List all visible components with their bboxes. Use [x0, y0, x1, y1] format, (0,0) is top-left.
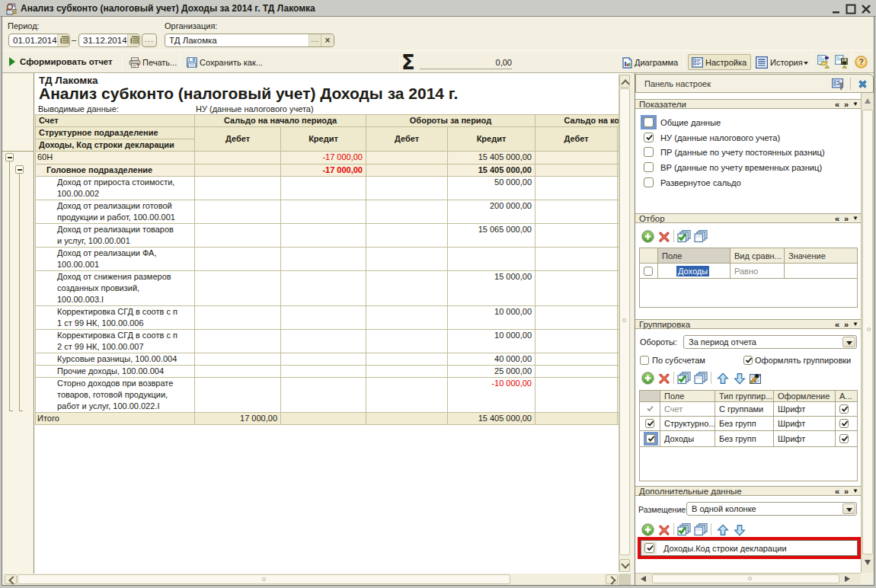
indicator-checkbox[interactable]: [644, 117, 654, 127]
selected-field-value[interactable]: Доходы: [676, 266, 709, 276]
section-dropdown-icon[interactable]: ▼: [852, 215, 858, 222]
collapse-left-icon[interactable]: «: [835, 487, 839, 496]
scroll-up-button[interactable]: [865, 98, 871, 104]
report-cell-description[interactable]: Доход от реализации ФА, 100.00.001: [36, 248, 195, 271]
tree-collapse-button[interactable]: [5, 153, 14, 161]
report-cell-c2[interactable]: 15 065 000,00: [448, 224, 536, 248]
report-cell-d1[interactable]: [195, 271, 281, 306]
report-cell-c1[interactable]: [281, 366, 366, 378]
report-cell-c2[interactable]: 15 000,00: [448, 271, 536, 306]
indicator-checkbox[interactable]: [644, 162, 654, 172]
report-cell-c1[interactable]: [281, 413, 366, 425]
grouping-row-checkbox-cell[interactable]: [640, 431, 660, 447]
grouping-row-type[interactable]: С группами: [715, 402, 774, 417]
grouping-row-checkbox-cell[interactable]: [640, 417, 660, 431]
report-cell-c1[interactable]: [281, 248, 366, 271]
collapse-left-icon[interactable]: «: [835, 320, 839, 329]
report-cell-description[interactable]: Корректировка СГД в соотв с п 1 ст 99 НК…: [36, 306, 195, 330]
report-cell-d3[interactable]: [536, 413, 618, 425]
format-groupings-checkbox[interactable]: [743, 356, 753, 365]
grouping-row-auto[interactable]: [836, 431, 858, 447]
period-options-button[interactable]: ...: [142, 34, 157, 47]
report-row[interactable]: Головное подразделение-17 000,0015 405 0…: [36, 165, 631, 177]
report-cell-c1[interactable]: -17 000,00: [281, 165, 366, 177]
section-dropdown-icon[interactable]: ▼: [852, 321, 858, 328]
move-up-icon[interactable]: [717, 372, 729, 385]
scroll-up-button[interactable]: [619, 75, 630, 88]
report-cell-c2[interactable]: 15 405 000,00: [448, 165, 536, 177]
grouping-row-field[interactable]: Счет: [660, 402, 715, 417]
report-cell-d2[interactable]: [366, 378, 448, 413]
report-cell-c1[interactable]: [281, 378, 366, 413]
report-cell-c2[interactable]: 200 000,00: [448, 200, 536, 224]
report-cell-c1[interactable]: [281, 224, 366, 248]
auto-checkbox[interactable]: [839, 434, 849, 443]
report-cell-c2[interactable]: 10 000,00: [448, 306, 536, 330]
scroll-down-button[interactable]: [865, 560, 871, 565]
report-cell-c2[interactable]: 15 405 000,00: [448, 152, 536, 165]
report-cell-d2[interactable]: [366, 152, 448, 165]
additional-item-row[interactable]: Доходы.Код строки декларации: [641, 540, 858, 556]
filter-col-field[interactable]: Поле: [658, 248, 731, 264]
report-cell-d3[interactable]: [536, 165, 618, 177]
grouping-row-field[interactable]: Структурно...: [660, 417, 715, 431]
section-buttons[interactable]: «»▼: [635, 214, 861, 222]
panel-properties-icon[interactable]: [832, 78, 846, 91]
report-cell-d3[interactable]: [536, 366, 618, 378]
maximize-button[interactable]: [846, 4, 856, 14]
panel-close-icon[interactable]: [858, 80, 867, 88]
report-cell-description[interactable]: Курсовые разницы, 100.00.004: [36, 353, 195, 366]
section-header-additional[interactable]: Дополнительные данные «»▼: [635, 486, 861, 496]
uncheck-all-icon[interactable]: [694, 372, 708, 385]
report-row[interactable]: Доход от реализации готовой продукции и …: [36, 200, 631, 224]
report-cell-d2[interactable]: [366, 177, 448, 200]
section-dropdown-icon[interactable]: ▼: [852, 101, 858, 107]
report-row[interactable]: Корректировка СГД в соотв с п 1 ст 99 НК…: [36, 306, 631, 330]
section-header-filter[interactable]: Отбор «»▼: [635, 213, 861, 223]
report-cell-d1[interactable]: [195, 177, 281, 200]
report-cell-d1[interactable]: [195, 152, 281, 165]
report-cell-c1[interactable]: -17 000,00: [281, 152, 366, 165]
grouping-row[interactable]: Структурно...Без группШрифт: [640, 417, 858, 431]
report-row[interactable]: Итого17 000,0015 405 000,00: [36, 413, 631, 425]
minimize-button[interactable]: [831, 4, 842, 14]
filter-col-comparison[interactable]: Вид сравн...: [731, 248, 785, 264]
report-cell-d2[interactable]: [366, 366, 448, 378]
scroll-right-button[interactable]: [606, 574, 618, 584]
report-cell-d1[interactable]: 17 000,00: [195, 413, 281, 425]
hscroll-thumb[interactable]: [652, 574, 839, 583]
close-button[interactable]: [861, 4, 871, 14]
report-cell-d1[interactable]: [195, 165, 281, 177]
report-cell-d1[interactable]: [195, 330, 281, 353]
save-values-icon[interactable]: [835, 55, 849, 69]
report-cell-c2[interactable]: 15 405 000,00: [448, 413, 536, 425]
collapse-left-icon[interactable]: «: [835, 100, 839, 109]
move-up-icon[interactable]: [717, 524, 729, 536]
report-cell-description[interactable]: 60Н: [36, 152, 195, 165]
report-cell-description[interactable]: Корректировка СГД в соотв с п 2 ст 99 НК…: [36, 330, 195, 353]
turnover-combobox[interactable]: За период отчета: [683, 335, 857, 349]
section-buttons[interactable]: «»▼: [635, 320, 861, 328]
grouping-row-field[interactable]: Доходы: [660, 431, 715, 447]
generate-report-button[interactable]: Сформировать отчет: [20, 57, 113, 66]
report-cell-d2[interactable]: [366, 306, 448, 330]
report-cell-d3[interactable]: [536, 271, 618, 306]
indicator-checkbox[interactable]: [644, 133, 654, 142]
delete-icon[interactable]: [658, 524, 670, 536]
uncheck-all-icon[interactable]: [694, 523, 708, 536]
collapse-right-icon[interactable]: »: [844, 214, 849, 223]
auto-checkbox[interactable]: [839, 419, 849, 428]
grouping-row-format[interactable]: Шрифт: [774, 431, 836, 447]
report-cell-d1[interactable]: [195, 306, 281, 330]
report-cell-d1[interactable]: [195, 378, 281, 413]
report-cell-d2[interactable]: [366, 330, 448, 353]
vscroll-thumb[interactable]: [862, 110, 873, 554]
report-cell-c2[interactable]: [448, 248, 536, 271]
uncheck-all-icon[interactable]: [694, 230, 708, 243]
report-cell-d2[interactable]: [366, 224, 448, 248]
add-icon[interactable]: [641, 523, 654, 536]
grouping-row-auto[interactable]: [836, 402, 858, 417]
appearance-icon[interactable]: [749, 372, 762, 385]
section-buttons[interactable]: «»▼: [635, 100, 861, 108]
grouping-col-field[interactable]: Поле: [660, 391, 715, 402]
